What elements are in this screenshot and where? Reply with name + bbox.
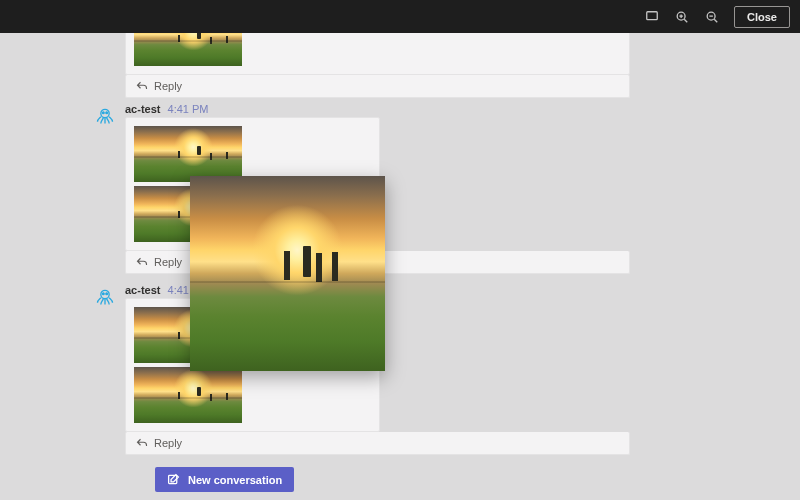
message-bubble bbox=[125, 33, 630, 75]
expand-icon[interactable] bbox=[644, 9, 660, 25]
svg-point-8 bbox=[101, 109, 109, 117]
reply-icon bbox=[136, 80, 148, 92]
image-thumbnail[interactable] bbox=[134, 367, 242, 423]
reply-icon bbox=[136, 256, 148, 268]
new-conversation-label: New conversation bbox=[188, 474, 282, 486]
svg-point-13 bbox=[106, 293, 108, 295]
image-thumbnail[interactable] bbox=[134, 33, 242, 66]
svg-point-11 bbox=[101, 290, 109, 298]
message-feed: Reply ac-test 4:41 PM Reply ac-test 4:41… bbox=[0, 33, 800, 500]
reply-label: Reply bbox=[154, 256, 182, 268]
new-conversation-button[interactable]: New conversation bbox=[155, 467, 294, 492]
bot-avatar-icon bbox=[95, 106, 115, 126]
reply-bar[interactable]: Reply bbox=[125, 432, 630, 455]
message-item: Reply bbox=[125, 33, 660, 98]
author-name: ac-test bbox=[125, 103, 160, 115]
svg-line-6 bbox=[714, 19, 717, 22]
reply-bar[interactable]: Reply bbox=[125, 75, 630, 98]
image-thumbnail[interactable] bbox=[134, 126, 242, 182]
reply-label: Reply bbox=[154, 437, 182, 449]
image-preview-popup[interactable] bbox=[190, 176, 385, 371]
reply-icon bbox=[136, 437, 148, 449]
svg-point-9 bbox=[103, 112, 105, 114]
svg-line-2 bbox=[684, 19, 687, 22]
close-button[interactable]: Close bbox=[734, 6, 790, 28]
message-author-line: ac-test 4:41 PM bbox=[125, 103, 660, 115]
svg-point-10 bbox=[106, 112, 108, 114]
compose-icon bbox=[167, 473, 180, 486]
zoom-in-icon[interactable] bbox=[674, 9, 690, 25]
zoom-out-icon[interactable] bbox=[704, 9, 720, 25]
svg-rect-0 bbox=[647, 11, 658, 19]
reply-label: Reply bbox=[154, 80, 182, 92]
viewer-header: Close bbox=[0, 0, 800, 33]
message-timestamp: 4:41 PM bbox=[168, 103, 209, 115]
bot-avatar-icon bbox=[95, 287, 115, 307]
svg-point-12 bbox=[103, 293, 105, 295]
author-name: ac-test bbox=[125, 284, 160, 296]
